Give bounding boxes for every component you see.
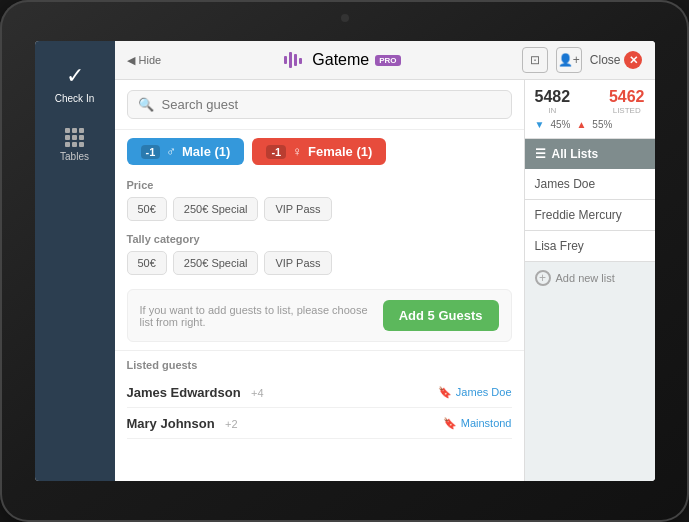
table-row: James Edwardson +4 🔖 James Doe (127, 377, 512, 408)
add-guests-info: If you want to add guests to list, pleas… (140, 304, 373, 328)
table-row: Mary Johnson +2 🔖 Mainstond (127, 408, 512, 439)
stat-in-number: 5482 (535, 88, 571, 106)
tally-vip[interactable]: VIP Pass (264, 251, 331, 275)
male-modifier: -1 (141, 145, 161, 159)
male-button[interactable]: -1 ♂ Male (1) (127, 138, 245, 165)
add-guests-box: If you want to add guests to list, pleas… (127, 289, 512, 342)
logo: Gateme PRO (282, 48, 400, 72)
close-icon: ✕ (624, 51, 642, 69)
male-label: Male (1) (182, 144, 230, 159)
percent-down: 45% (550, 119, 570, 130)
svg-rect-2 (294, 54, 297, 66)
percent-up-icon: ▲ (576, 119, 586, 130)
list-icon-2: 🔖 (443, 417, 457, 430)
search-input[interactable] (162, 97, 501, 112)
search-input-wrapper: 🔍 (127, 90, 512, 119)
tally-50[interactable]: 50€ (127, 251, 167, 275)
stat-listed-label: LISTED (609, 106, 645, 115)
guest-name-2: Mary Johnson +2 (127, 414, 238, 432)
female-label: Female (1) (308, 144, 372, 159)
all-lists-button[interactable]: ☰ All Lists (525, 139, 655, 169)
stat-listed-number: 5462 (609, 88, 645, 106)
stat-in-label: IN (535, 106, 571, 115)
female-button[interactable]: -1 ♀ Female (1) (252, 138, 386, 165)
female-icon: ♀ (292, 144, 302, 159)
logo-icon (282, 48, 306, 72)
stats-bar: 5482 IN 5462 LISTED ▼ 45% ▲ (525, 80, 655, 139)
hide-label: Hide (139, 54, 162, 66)
sidebar-item-tables[interactable]: Tables (35, 116, 115, 174)
stat-in: 5482 IN (535, 88, 571, 115)
camera (341, 14, 349, 22)
hide-button[interactable]: ◀ Hide (127, 54, 162, 67)
hide-arrow: ◀ (127, 54, 135, 67)
all-lists-label: All Lists (552, 147, 599, 161)
panel-area: 🔍 -1 ♂ Male (1) -1 ♀ (115, 80, 655, 481)
sidebar-item-checkin[interactable]: ✓ Check In (35, 51, 115, 116)
list-item-james-doe[interactable]: James Doe (525, 169, 655, 200)
tablet-screen: ✓ Check In Tables ◀ Hide (35, 41, 655, 481)
tablet-frame: ✓ Check In Tables ◀ Hide (0, 0, 689, 522)
guest-name-1: James Edwardson +4 (127, 383, 264, 401)
sidebar-item-tables-label: Tables (60, 151, 89, 162)
close-button[interactable]: Close ✕ (590, 51, 643, 69)
percent-up: 55% (592, 119, 612, 130)
tally-section: Tally category 50€ 250€ Special VIP Pass (115, 227, 524, 281)
expand-button[interactable]: ⊡ (522, 47, 548, 73)
stats-bar-row: ▼ 45% ▲ 55% (535, 119, 645, 130)
tally-label: Tally category (127, 233, 512, 245)
guest-list-tag-1: 🔖 James Doe (438, 386, 512, 399)
svg-rect-3 (299, 58, 302, 64)
female-modifier: -1 (266, 145, 286, 159)
add-user-button[interactable]: 👤+ (556, 47, 582, 73)
search-icon: 🔍 (138, 97, 154, 112)
add-new-icon: + (535, 270, 551, 286)
svg-rect-0 (284, 56, 287, 64)
close-label: Close (590, 53, 621, 67)
logo-badge: PRO (375, 55, 400, 66)
price-50[interactable]: 50€ (127, 197, 167, 221)
add-guests-button[interactable]: Add 5 Guests (383, 300, 499, 331)
grid-icon (65, 128, 84, 147)
sidebar: ✓ Check In Tables (35, 41, 115, 481)
price-section: Price 50€ 250€ Special VIP Pass (115, 173, 524, 227)
list-item-lisa-frey[interactable]: Lisa Frey (525, 231, 655, 262)
add-new-list-button[interactable]: + Add new list (525, 262, 655, 294)
price-buttons: 50€ 250€ Special VIP Pass (127, 197, 512, 221)
list-icon-1: 🔖 (438, 386, 452, 399)
sidebar-item-checkin-label: Check In (55, 93, 94, 104)
price-label: Price (127, 179, 512, 191)
search-bar: 🔍 (115, 80, 524, 130)
right-panel: 5482 IN 5462 LISTED ▼ 45% ▲ (525, 80, 655, 481)
tally-250-special[interactable]: 250€ Special (173, 251, 259, 275)
male-icon: ♂ (166, 144, 176, 159)
gender-buttons: -1 ♂ Male (1) -1 ♀ Female (1) (115, 130, 524, 173)
left-panel: 🔍 -1 ♂ Male (1) -1 ♀ (115, 80, 525, 481)
list-item-freddie-mercury[interactable]: Freddie Mercury (525, 200, 655, 231)
listed-guests: Listed guests James Edwardson +4 🔖 James… (115, 350, 524, 443)
stat-listed: 5462 LISTED (609, 88, 645, 115)
price-vip[interactable]: VIP Pass (264, 197, 331, 221)
guest-list-tag-2: 🔖 Mainstond (443, 417, 512, 430)
check-icon: ✓ (66, 63, 84, 89)
list-icon: ☰ (535, 147, 546, 161)
price-250-special[interactable]: 250€ Special (173, 197, 259, 221)
add-new-label: Add new list (556, 272, 615, 284)
topbar-actions: ⊡ 👤+ Close ✕ (522, 47, 643, 73)
tally-buttons: 50€ 250€ Special VIP Pass (127, 251, 512, 275)
topbar: ◀ Hide Gateme PRO ⊡ 👤+ (115, 41, 655, 80)
percent-down-icon: ▼ (535, 119, 545, 130)
svg-rect-1 (289, 52, 292, 68)
logo-text: Gateme (312, 51, 369, 69)
listed-guests-label: Listed guests (127, 359, 512, 371)
stats-numbers: 5482 IN 5462 LISTED (535, 88, 645, 115)
main-content: ◀ Hide Gateme PRO ⊡ 👤+ (115, 41, 655, 481)
